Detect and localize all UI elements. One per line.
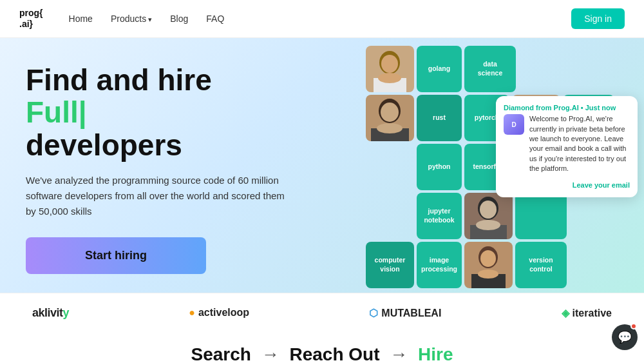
chat-footer: Leave your email <box>504 181 630 190</box>
svg-point-7 <box>381 103 399 122</box>
skill-jupyter: jupyternotebook <box>417 193 462 239</box>
svg-point-4 <box>378 73 401 83</box>
chat-body-container: D Welcome to Prog.AI, we're currently in… <box>504 114 630 173</box>
skill-computer-vision: computervision <box>366 242 414 288</box>
logos-bar: aklivity ●activeloop ⬡MUTABLEAI ◈iterati… <box>0 293 644 333</box>
nav-home[interactable]: Home <box>69 14 93 24</box>
skill-data-science: datascience <box>464 46 516 92</box>
svg-point-2 <box>381 55 398 73</box>
logo-iterative: ◈iterative <box>562 307 612 319</box>
signin-button[interactable]: Sign in <box>571 8 625 29</box>
skill-version-control-placeholder <box>515 193 567 239</box>
chat-cta-link[interactable]: Leave your email <box>573 181 630 189</box>
developer-photo-4 <box>464 193 513 239</box>
hero-subtitle: We've analyzed the programming source co… <box>26 173 296 219</box>
chat-message: Welcome to Prog.AI, we're currently in p… <box>529 114 630 173</box>
chat-avatar: D <box>504 114 524 135</box>
empty-2 <box>366 193 414 239</box>
skill-golang: golang <box>417 46 462 92</box>
chat-header: Diamond from Prog.AI • Just now <box>504 104 630 112</box>
svg-point-22 <box>476 220 500 230</box>
chat-notification-dot <box>630 323 637 329</box>
grid-row-4: jupyternotebook <box>366 193 639 239</box>
empty-1 <box>366 144 414 190</box>
svg-point-25 <box>480 250 496 267</box>
nav-blog[interactable]: Blog <box>170 14 188 24</box>
chat-widget: Diamond from Prog.AI • Just now D Welcom… <box>496 96 638 197</box>
developer-photo-2 <box>366 95 414 141</box>
skill-version-control: versioncontrol <box>515 242 567 288</box>
nav-faq[interactable]: FAQ <box>206 14 224 24</box>
grid-row-5: computervision imageprocessing versionco… <box>366 242 639 288</box>
developer-photo-1 <box>366 46 414 92</box>
skill-rust: rust <box>417 95 462 141</box>
nav-products[interactable]: Products <box>111 14 152 24</box>
svg-point-27 <box>478 270 498 279</box>
developer-photo-5 <box>464 242 513 288</box>
skill-image-processing: imageprocessing <box>417 242 462 288</box>
svg-point-9 <box>377 123 402 133</box>
hero-title: Find and hire Full| developers <box>26 64 296 162</box>
skill-python: python <box>417 144 462 190</box>
logo: prog{ .ai} <box>19 8 43 30</box>
bottom-tagline: Search → Reach Out → Hire <box>0 333 644 363</box>
hero-section: Find and hire Full| developers We've ana… <box>0 38 644 293</box>
logo-mutableai: ⬡MUTABLEAI <box>369 307 441 319</box>
start-hiring-button[interactable]: Start hiring <box>26 237 206 274</box>
hero-left: Find and hire Full| developers We've ana… <box>0 38 322 293</box>
svg-point-20 <box>480 201 497 219</box>
grid-row-1: golang datascience <box>366 46 639 92</box>
logo-aklivity: aklivity <box>32 306 69 320</box>
hero-title-highlight: Full <box>26 95 79 129</box>
nav-links: Home Products Blog FAQ <box>69 14 572 24</box>
logo-activeloop: ●activeloop <box>189 307 249 319</box>
navbar: prog{ .ai} Home Products Blog FAQ Sign i… <box>0 0 644 38</box>
